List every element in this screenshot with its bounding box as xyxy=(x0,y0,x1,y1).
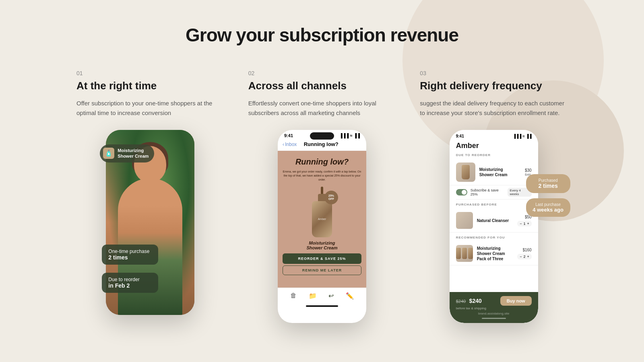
reorder-pill-value: in Feb 2 xyxy=(108,282,152,289)
subscribe-row: Subscribe & save 25% Every 4 weeks xyxy=(450,185,538,199)
buy-now-button[interactable]: Buy now xyxy=(500,296,532,306)
qty-value-3: 2 xyxy=(523,255,525,259)
product-icon: 🧴 xyxy=(103,148,114,159)
discount-badge: 25% OFF xyxy=(324,191,338,204)
qty-minus-3[interactable]: − xyxy=(520,255,522,259)
product-pill: 🧴 Moisturizing Shower Cream xyxy=(100,144,154,162)
app-user-name: Amber xyxy=(450,140,538,153)
column-2-desc: Effortlessly convert one-time shoppers i… xyxy=(248,99,396,118)
qty-control-3[interactable]: − 2 + xyxy=(517,254,532,259)
compose-icon[interactable]: ✏️ xyxy=(346,292,354,300)
column-2: 02 Across all channels Effortlessly conv… xyxy=(248,70,396,323)
product-pill-text: Moisturizing Shower Cream xyxy=(118,148,149,159)
product-1-info: Moisturizing Shower Cream xyxy=(479,167,521,177)
product-3-right: $160 − 2 + xyxy=(517,248,532,259)
reorder-pill: Due to reorder in Feb 2 xyxy=(102,273,158,293)
bottle-shape: Amber xyxy=(312,201,332,237)
email-cta-button[interactable]: REORDER & SAVE 25% xyxy=(283,253,361,264)
email-product-name: Moisturizing Shower Cream xyxy=(306,241,337,250)
status-bar-2: 9:41 ▐▐▐ ≈ ▐▐ xyxy=(278,130,366,140)
qty-plus-3[interactable]: + xyxy=(527,255,529,259)
product-3-card: Moisturizing Shower Cream Pack of Three … xyxy=(450,242,538,265)
bottle-container: Amber 25% OFF xyxy=(312,187,332,237)
bottle-mini-3b xyxy=(462,248,467,259)
signal-2: ▐▐▐ ≈ ▐▐ xyxy=(339,133,360,138)
app-bottom-bar: $240 $240 Buy now before tax & shipping … xyxy=(450,292,538,323)
time-3: 9:41 xyxy=(456,134,464,138)
section-3-label: RECOMMENDED FOR YOU xyxy=(450,232,538,242)
bottles-group xyxy=(456,248,473,259)
column-1-title: At the right time xyxy=(76,80,224,92)
toggle-knob xyxy=(462,190,466,195)
reorder-pill-label: Due to reorder xyxy=(108,277,139,282)
product-3-info: Moisturizing Shower Cream Pack of Three xyxy=(477,246,513,261)
section-2-label: PURCHASED BEFORE xyxy=(450,200,538,209)
bottle-mini-1 xyxy=(462,165,470,179)
time-2: 9:41 xyxy=(284,133,293,138)
product-2-info: Natural Cleanser xyxy=(477,218,513,223)
product-2-right: $50 − 1 + xyxy=(517,215,532,226)
column-1-desc: Offer subscription to your one-time shop… xyxy=(76,99,224,118)
price-group: $240 $240 xyxy=(456,297,482,304)
step-1-number: 01 xyxy=(76,70,224,76)
total-price: $240 xyxy=(469,298,482,304)
app-url: brand.assistalong.site xyxy=(456,312,532,315)
app-phone-inner: 9:41 ▐▐▐ ≈ ▐▐ Amber DUE TO REORDER Moist… xyxy=(450,130,538,323)
notch-2 xyxy=(310,132,334,140)
app-phone-mockup: Purchased 2 times Last purchase 4 weeks … xyxy=(450,130,538,323)
column-1: 01 At the right time Offer subscription … xyxy=(76,70,224,315)
lastpurchase-label: Last purchase xyxy=(533,202,564,207)
lastpurchase-pill: Last purchase 4 weeks ago xyxy=(526,198,570,217)
reply-icon[interactable]: ↩ xyxy=(328,292,334,300)
email-remind-button[interactable]: REMIND ME LATER xyxy=(283,265,361,275)
bottle-mini-3a xyxy=(456,248,461,259)
purchase-pill-label: One-time purchase xyxy=(108,249,149,254)
trash-icon[interactable]: 🗑 xyxy=(290,292,297,300)
status-bar-3: 9:41 ▐▐▐ ≈ ▐▐ xyxy=(450,130,538,140)
signal-3: ▐▐▐ ≈ ▐▐ xyxy=(513,134,531,138)
product-2-name: Natural Cleanser xyxy=(477,218,513,223)
subscribe-toggle[interactable] xyxy=(456,189,467,195)
email-header: ‹ Inbox Running low? xyxy=(278,140,366,151)
back-chevron-icon: ‹ xyxy=(283,142,284,147)
email-copy: Emma, we got your order ready, confirm i… xyxy=(283,170,361,181)
columns-container: 01 At the right time Offer subscription … xyxy=(76,70,568,323)
bottle-mini-2 xyxy=(461,215,468,226)
step-2-number: 02 xyxy=(248,70,396,76)
section-1-label: DUE TO REORDER xyxy=(450,153,538,159)
purchase-pill-value: 2 times xyxy=(108,254,152,261)
product-1-card: Moisturizing Shower Cream $30 $46 xyxy=(450,159,538,185)
email-headline: Running low? xyxy=(295,157,349,167)
folder-icon[interactable]: 📁 xyxy=(309,292,317,300)
subscribe-text: Subscribe & save 25% xyxy=(471,188,504,196)
page-container: Grow your subscription revenue 01 At the… xyxy=(60,0,584,339)
qty-minus-2[interactable]: − xyxy=(520,222,522,226)
email-nav-bar: 🗑 📁 ↩ ✏️ xyxy=(278,288,366,304)
product-1-price: $30 xyxy=(525,168,532,173)
qty-value-2: 1 xyxy=(523,222,525,226)
bottle-pump xyxy=(321,187,323,195)
tax-text: before tax & shipping xyxy=(456,306,532,310)
email-subject: Running low? xyxy=(297,141,345,147)
column-3-title: Right delivery frequency xyxy=(420,80,568,92)
purchase-pill: One-time purchase 2 times xyxy=(102,245,158,265)
total-strike: $240 xyxy=(456,299,466,304)
home-indicator-2 xyxy=(306,305,338,307)
email-body: Running low? Emma, we got your order rea… xyxy=(278,151,366,288)
product-1-thumb xyxy=(456,162,475,182)
home-indicator-3 xyxy=(482,318,506,319)
step-3-number: 03 xyxy=(420,70,568,76)
page-title: Grow your subscription revenue xyxy=(76,24,568,46)
back-label: Inbox xyxy=(285,142,297,147)
qty-plus-2[interactable]: + xyxy=(527,222,529,226)
product-1-name: Moisturizing Shower Cream xyxy=(479,167,521,177)
product-3-thumb xyxy=(456,245,473,262)
purchased-value: 2 times xyxy=(533,183,564,189)
phone-1-mockup: 🧴 Moisturizing Shower Cream One-time pur… xyxy=(106,130,194,315)
lastpurchase-value: 4 weeks ago xyxy=(533,207,564,213)
purchased-label: Purchased xyxy=(533,178,564,183)
email-back[interactable]: ‹ Inbox xyxy=(283,142,297,147)
email-phone-mockup: 9:41 ▐▐▐ ≈ ▐▐ ‹ Inbox Running low? Runni… xyxy=(278,130,366,323)
column-3-desc: suggest the ideal delivery frequency to … xyxy=(420,99,568,118)
qty-control-2[interactable]: − 1 + xyxy=(517,221,532,226)
